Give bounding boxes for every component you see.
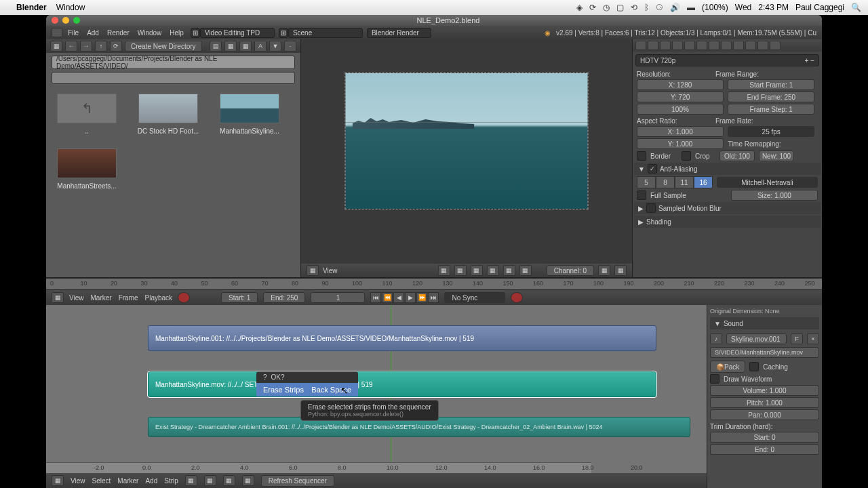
scene-browse-button[interactable]: ⊞ [279, 28, 288, 38]
props-tab-data[interactable] [721, 41, 732, 50]
file-item[interactable]: DC Stock HD Foot... [134, 94, 202, 135]
close-window-button[interactable] [52, 17, 58, 24]
aa-filter-dropdown[interactable]: Mitchell-Netravali [717, 177, 818, 188]
chevron-right-icon[interactable]: ▶ [638, 218, 644, 226]
seq-mode-icon[interactable]: ▦ [204, 475, 216, 486]
file-item[interactable]: ↰.. [53, 94, 121, 135]
render-engine-dropdown[interactable]: Blender Render [367, 28, 431, 38]
sound-name-field[interactable]: Skyline.mov.001 [726, 333, 787, 344]
pan-field[interactable]: Pan: 0.000 [710, 409, 819, 420]
display-thumb-icon[interactable]: ▦ [239, 41, 252, 52]
menu-strip[interactable]: Strip [164, 477, 178, 485]
start-frame-field[interactable]: Start: 1 [221, 292, 258, 303]
volume-field[interactable]: Volume: 1.000 [710, 385, 819, 396]
display-long-icon[interactable]: ▦ [224, 41, 237, 52]
parent-button[interactable]: ↑ [95, 41, 107, 52]
pitch-field[interactable]: Pitch: 1.000 [710, 397, 819, 408]
file-path-input[interactable]: /Users/pcaggegi/Documents/Projects/Blend… [52, 56, 295, 69]
menu-file[interactable]: File [68, 29, 79, 37]
app-name[interactable]: Blender [16, 3, 47, 12]
props-tab-constraints[interactable] [696, 41, 707, 50]
editor-type-icon[interactable] [52, 28, 62, 37]
chevron-right-icon[interactable]: ▶ [638, 205, 644, 212]
waveform-checkbox[interactable] [710, 374, 719, 384]
menu-view[interactable]: View [71, 477, 85, 485]
play-reverse-button[interactable]: ◀ [393, 292, 404, 303]
seq-mode-icon[interactable]: ▦ [185, 475, 197, 486]
refresh-button[interactable]: ⟳ [110, 41, 122, 52]
seq-mode-icon[interactable]: ▦ [242, 475, 254, 486]
file-item[interactable]: ManhattanStreets... [53, 148, 121, 190]
fps-dropdown[interactable]: 25 fps [728, 126, 814, 137]
forward-button[interactable]: → [80, 41, 92, 52]
volume-icon[interactable]: 🔊 [670, 3, 680, 12]
layout-browse-button[interactable]: ⊞ [191, 28, 200, 38]
editor-type-icon[interactable]: ▦ [307, 265, 319, 276]
sound-icon[interactable]: ♪ [710, 333, 722, 344]
aa-sample-8[interactable]: 8 [656, 176, 675, 188]
zoom-window-button[interactable] [73, 17, 80, 24]
new-field[interactable]: New: 100 [759, 150, 794, 161]
props-tab-layers[interactable] [648, 41, 658, 50]
sound-path-field[interactable]: S/VIDEO/ManhattanSkyline.mov [710, 347, 819, 358]
editor-type-icon[interactable]: ▦ [50, 41, 62, 52]
preview-toggle-icon[interactable]: ▦ [598, 265, 610, 276]
full-sample-checkbox[interactable] [637, 190, 646, 200]
res-y-field[interactable]: Y: 720 [637, 92, 724, 102]
chevron-down-icon[interactable]: ▼ [714, 320, 721, 327]
play-button[interactable]: ▶ [405, 292, 416, 303]
frame-step-field[interactable]: Frame Step: 1 [728, 104, 814, 115]
spotlight-icon[interactable]: 🔍 [851, 3, 861, 12]
end-frame-field[interactable]: End: 250 [263, 292, 305, 303]
aspect-x-field[interactable]: X: 1.000 [637, 126, 724, 137]
border-checkbox[interactable] [637, 151, 646, 161]
preview-toggle-icon[interactable]: ▦ [614, 265, 627, 276]
scene-dropdown[interactable]: Scene [288, 28, 363, 38]
preview-mode-icon[interactable]: ▦ [503, 265, 515, 276]
view-menu[interactable]: View [323, 267, 338, 274]
menu-window[interactable]: Window [138, 29, 162, 37]
sync-icon[interactable]: ⟳ [589, 3, 596, 12]
motion-blur-checkbox[interactable] [646, 203, 656, 213]
menu-frame[interactable]: Frame [119, 294, 138, 302]
menu-render[interactable]: Render [107, 29, 130, 37]
auto-key-icon[interactable] [511, 292, 523, 303]
preview-mode-icon[interactable]: ▦ [519, 265, 532, 276]
props-tab-physics[interactable] [770, 41, 781, 50]
clock-time[interactable]: 2:43 PM [758, 3, 789, 12]
crop-checkbox[interactable] [682, 151, 691, 161]
props-tab-modifiers[interactable] [709, 41, 719, 50]
hidden-icon[interactable]: · [284, 41, 296, 52]
sort-alpha-icon[interactable]: A [254, 41, 267, 52]
movie-strip-selected[interactable]: ManhattanSkyline.mov: //../../ SETS/VIDE… [148, 371, 656, 397]
aa-sample-5[interactable]: 5 [637, 176, 656, 188]
keyframe-next-button[interactable]: ⏩ [416, 292, 427, 303]
sequencer-tracks[interactable]: ManhattanSkyline.001: //../../Projects/B… [46, 305, 707, 488]
user-name[interactable]: Paul Caggegi [795, 3, 844, 12]
old-field[interactable]: Old: 100 [719, 150, 755, 161]
screen-layout-dropdown[interactable]: Video Editing TPD [200, 28, 275, 38]
preview-mode-icon[interactable]: ▦ [471, 265, 483, 276]
channel-field[interactable]: Channel: 0 [547, 265, 594, 276]
battery-icon[interactable]: ▬ [687, 3, 695, 12]
jump-start-button[interactable]: ⏮ [370, 292, 381, 303]
caching-checkbox[interactable] [749, 362, 759, 371]
menu-view[interactable]: View [69, 294, 84, 302]
editor-type-icon[interactable]: ▦ [52, 292, 64, 303]
props-tab-object[interactable] [684, 41, 695, 50]
menu-marker[interactable]: Marker [91, 294, 112, 302]
window-menu[interactable]: Window [56, 3, 85, 12]
fake-user-button[interactable]: F [791, 333, 803, 344]
props-tab-render[interactable] [635, 41, 646, 50]
back-button[interactable]: ← [65, 41, 77, 52]
aspect-y-field[interactable]: Y: 1.000 [637, 138, 724, 149]
wifi-icon[interactable]: ⚆ [656, 3, 663, 12]
refresh-sequencer-button[interactable]: Refresh Sequencer [261, 475, 334, 487]
trim-start-field[interactable]: Start: 0 [710, 432, 819, 443]
menu-select[interactable]: Select [92, 477, 111, 485]
props-tab-material[interactable] [733, 41, 744, 50]
props-tab-particles[interactable] [757, 41, 768, 50]
props-tab-texture[interactable] [745, 41, 756, 50]
create-directory-button[interactable]: Create New Directory [125, 41, 202, 52]
preview-mode-icon[interactable]: ▦ [487, 265, 499, 276]
